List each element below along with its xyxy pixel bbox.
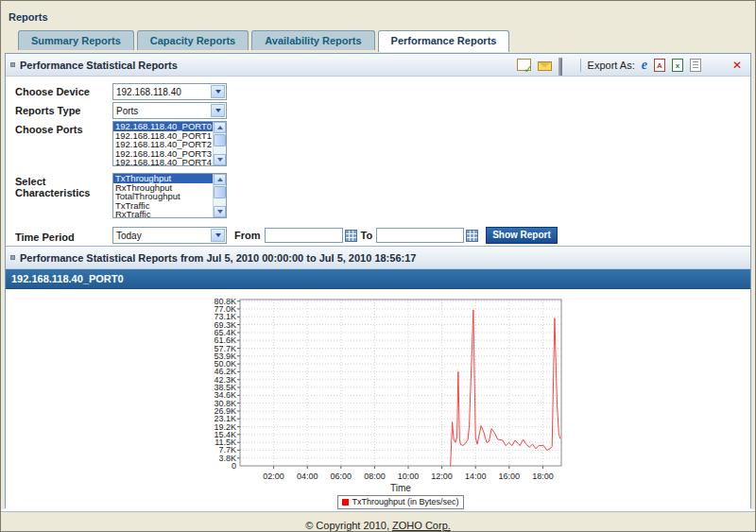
zoho-corp-link[interactable]: ZOHO Corp. (392, 520, 451, 531)
chevron-down-icon[interactable] (211, 229, 225, 242)
app-window: Reports Summary ReportsCapacity ReportsA… (0, 0, 756, 532)
svg-text:10:00: 10:00 (398, 472, 420, 481)
calendar-icon[interactable] (466, 230, 478, 242)
chart-legend-row: TxThroughput (in Bytes/sec) (240, 495, 561, 509)
svg-text:Time: Time (390, 483, 411, 493)
scroll-up-icon[interactable] (214, 174, 226, 185)
section-bullet-icon (10, 255, 15, 260)
port-title-bar: 192.168.118.40_PORT0 (6, 269, 750, 289)
svg-text:0: 0 (232, 461, 236, 471)
characteristics-listbox[interactable]: TxThroughputRxThroughputTotalThroughputT… (112, 173, 227, 218)
tab-bar: Summary ReportsCapacity ReportsAvailabil… (1, 30, 755, 53)
chart-area: 3.8K7.7K11.5K15.4K19.2K23.1K26.9K30.8K34… (6, 289, 750, 509)
report-type-select-value: Ports (116, 106, 138, 116)
legend-swatch-icon (342, 499, 349, 506)
ports-listbox[interactable]: 192.168.118.40_PORT0192.168.118.40_PORT1… (112, 121, 227, 166)
footer: © Copyright 2010, ZOHO Corp. (1, 511, 755, 532)
report-type-select[interactable]: Ports (112, 102, 227, 119)
content-panel: Performance Statistical Reports ✓ Export… (5, 53, 751, 508)
ports-scrollbar[interactable] (213, 122, 226, 165)
export-html-icon[interactable]: e (642, 59, 647, 72)
svg-text:02:00: 02:00 (263, 472, 284, 481)
page-header: Reports (1, 1, 755, 30)
to-label: To (361, 230, 373, 241)
legend-label: TxThroughput (in Bytes/sec) (352, 497, 458, 506)
characteristics-scrollbar[interactable] (213, 174, 226, 217)
svg-text:16:00: 16:00 (499, 472, 521, 481)
svg-text:18:00: 18:00 (532, 472, 554, 481)
svg-text:04:00: 04:00 (297, 472, 318, 481)
svg-text:12:00: 12:00 (431, 472, 453, 481)
tab-capacity-reports[interactable]: Capacity Reports (137, 30, 249, 50)
email-report-icon[interactable] (538, 61, 552, 71)
scroll-down-icon[interactable] (214, 154, 226, 165)
device-label: Choose Device (15, 83, 112, 97)
toolbar-divider (580, 59, 581, 72)
performance-chart: 3.8K7.7K11.5K15.4K19.2K23.1K26.9K30.8K34… (214, 298, 569, 494)
svg-text:14:00: 14:00 (465, 472, 487, 481)
svg-text:80.8K: 80.8K (214, 298, 236, 306)
chevron-down-icon[interactable] (211, 104, 225, 117)
scrollbar-thumb[interactable] (214, 134, 226, 146)
time-period-row: Time Period Today From To Show Report (15, 227, 750, 244)
report-type-row: Reports Type Ports (15, 102, 750, 119)
device-select[interactable]: 192.168.118.40 (112, 83, 227, 100)
from-date-input[interactable] (265, 228, 343, 243)
scroll-up-icon[interactable] (214, 122, 226, 133)
characteristics-row: Select Characteristics TxThroughputRxThr… (15, 173, 750, 218)
report-type-label: Reports Type (15, 102, 112, 116)
chevron-down-icon[interactable] (211, 85, 225, 98)
characteristics-label: Select Characteristics (15, 173, 112, 198)
chart-legend: TxThroughput (in Bytes/sec) (337, 495, 463, 509)
scrollbar-thumb[interactable] (214, 186, 226, 198)
ports-row: Choose Ports 192.168.118.40_PORT0192.168… (15, 121, 750, 166)
time-period-select-value: Today (116, 231, 142, 241)
device-row: Choose Device 192.168.118.40 (15, 83, 750, 100)
report-period-title: Performance Statistical Reports from Jul… (20, 252, 416, 264)
tab-availability-reports[interactable]: Availability Reports (251, 30, 374, 50)
schedule-report-icon[interactable]: ✓ (517, 59, 531, 71)
tab-performance-reports[interactable]: Performance Reports (378, 30, 510, 52)
ports-label: Choose Ports (15, 121, 112, 135)
report-toolbar: ✓ Export As: e A x ✕ (517, 59, 750, 72)
close-icon[interactable]: ✕ (732, 59, 742, 72)
tab-summary-reports[interactable]: Summary Reports (18, 30, 134, 50)
list-option[interactable]: RxTraffic (113, 210, 213, 218)
export-excel-icon[interactable]: x (672, 59, 683, 72)
time-period-label: Time Period (15, 229, 112, 243)
export-csv-icon[interactable] (690, 59, 701, 72)
section-title: Performance Statistical Reports (20, 60, 178, 71)
list-option[interactable]: 192.168.118.40_PORT4 (113, 158, 213, 166)
report-period-header: Performance Statistical Reports from Jul… (6, 247, 750, 269)
export-pdf-icon[interactable]: A (654, 59, 665, 72)
calendar-icon[interactable] (345, 230, 357, 242)
scroll-down-icon[interactable] (214, 206, 226, 217)
page-title: Reports (9, 11, 48, 23)
device-select-value: 192.168.118.40 (116, 87, 181, 97)
print-icon[interactable] (558, 59, 574, 71)
show-report-button[interactable]: Show Report (486, 227, 558, 244)
report-form: Choose Device 192.168.118.40 Reports Typ… (6, 77, 750, 246)
svg-text:08:00: 08:00 (364, 472, 386, 481)
section-header: Performance Statistical Reports ✓ Export… (6, 54, 750, 77)
from-label: From (234, 230, 261, 241)
to-date-input[interactable] (376, 228, 464, 243)
export-as-label: Export As: (588, 60, 635, 71)
svg-text:06:00: 06:00 (331, 472, 352, 481)
copyright-text: © Copyright 2010, (305, 520, 392, 531)
section-bullet-icon (10, 62, 15, 67)
time-period-select[interactable]: Today (112, 227, 227, 244)
